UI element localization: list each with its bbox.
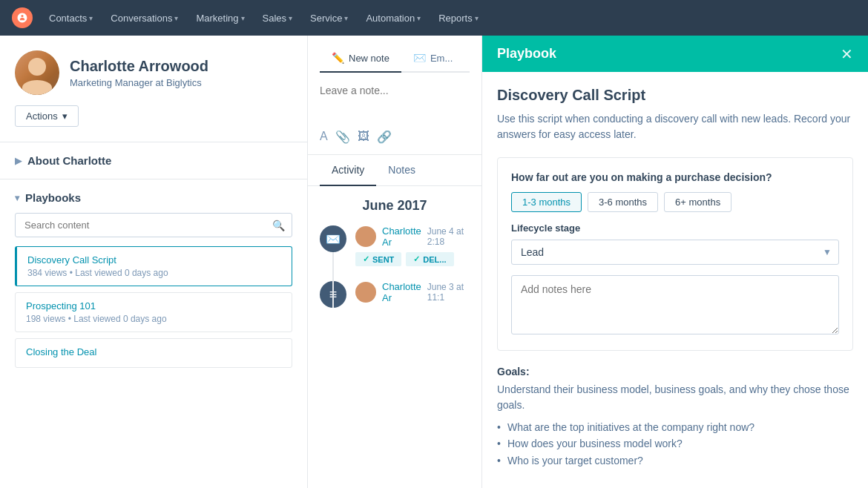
nav-sales[interactable]: Sales ▾ bbox=[255, 10, 300, 27]
hubspot-logo[interactable] bbox=[12, 7, 33, 28]
question-text: How far out are you on making a purchase… bbox=[511, 171, 839, 183]
playbook-meta: 384 views • Last viewed 0 days ago bbox=[27, 268, 281, 278]
nav-conversations[interactable]: Conversations ▾ bbox=[103, 10, 185, 27]
goals-title: Goals: bbox=[497, 366, 853, 377]
top-navigation: Contacts ▾ Conversations ▾ Marketing ▾ S… bbox=[0, 0, 868, 36]
attachment-icon[interactable]: 📎 bbox=[335, 130, 350, 144]
notes-textarea[interactable] bbox=[511, 275, 839, 334]
playbooks-label: Playbooks bbox=[25, 191, 81, 204]
lifecycle-select-wrapper: Lead Marketing Qualified Lead Sales Qual… bbox=[511, 240, 839, 265]
activity-item: ≡ Charlotte Ar June 3 at 11:1 bbox=[320, 281, 470, 308]
goal-item: What are the top initiatives at the comp… bbox=[497, 419, 853, 435]
reports-chevron: ▾ bbox=[475, 14, 479, 22]
playbooks-header: ▾ Playbooks bbox=[15, 191, 292, 204]
contact-details: Charlotte Arrowood Marketing Manager at … bbox=[70, 58, 208, 88]
center-panel: ✏️ New note ✉️ Em... A 📎 🖼 🔗 Activity bbox=[308, 36, 482, 488]
note-toolbar: A 📎 🖼 🔗 bbox=[320, 125, 470, 148]
search-icon: 🔍 bbox=[272, 220, 285, 231]
option-1-3-months[interactable]: 1-3 months bbox=[511, 192, 582, 212]
activity-name[interactable]: Charlotte Ar bbox=[382, 281, 421, 303]
avatar bbox=[15, 50, 59, 95]
script-desc: Use this script when conducting a discov… bbox=[497, 111, 853, 142]
note-editor: ✏️ New note ✉️ Em... A 📎 🖼 🔗 bbox=[308, 36, 481, 155]
option-3-6-months[interactable]: 3-6 months bbox=[588, 192, 658, 212]
contact-title: Marketing Manager at Biglytics bbox=[70, 77, 208, 88]
tab-email[interactable]: ✉️ Em... bbox=[401, 44, 464, 73]
timeline: ✉️ Charlotte Ar June 4 at 2:18 ✓ SENT bbox=[320, 225, 470, 308]
service-chevron: ▾ bbox=[344, 14, 348, 22]
playbook-name: Prospecting 101 bbox=[26, 300, 281, 311]
contact-name: Charlotte Arrowood bbox=[70, 58, 208, 75]
nav-contacts[interactable]: Contacts ▾ bbox=[42, 10, 100, 27]
image-icon[interactable]: 🖼 bbox=[358, 130, 369, 144]
activity-content: Charlotte Ar June 3 at 11:1 bbox=[355, 281, 470, 303]
sales-chevron: ▾ bbox=[289, 14, 292, 22]
goal-item: Who is your target customer? bbox=[497, 452, 853, 469]
option-buttons: 1-3 months 3-6 months 6+ months bbox=[511, 192, 839, 212]
note-tab-bar: ✏️ New note ✉️ Em... bbox=[320, 44, 470, 73]
activity-avatar bbox=[355, 282, 376, 303]
activity-time: June 4 at 2:18 bbox=[427, 226, 470, 247]
delivered-badge: ✓ DEL... bbox=[406, 252, 453, 266]
pencil-icon: ✏️ bbox=[332, 52, 344, 64]
sent-badge: ✓ SENT bbox=[355, 252, 401, 266]
nav-reports[interactable]: Reports ▾ bbox=[431, 10, 486, 27]
left-sidebar: Charlotte Arrowood Marketing Manager at … bbox=[0, 36, 308, 488]
playbook-panel-body: Discovery Call Script Use this script wh… bbox=[482, 72, 868, 488]
playbook-meta: 198 views • Last viewed 0 days ago bbox=[26, 314, 281, 324]
playbook-item-prospecting[interactable]: Prospecting 101 198 views • Last viewed … bbox=[15, 292, 292, 332]
playbook-item-closing[interactable]: Closing the Deal bbox=[15, 338, 292, 368]
playbook-item-discovery[interactable]: Discovery Call Script 384 views • Last v… bbox=[15, 246, 292, 286]
note-activity-icon: ≡ bbox=[320, 281, 346, 308]
activity-feed: June 2017 ✉️ Charlotte Ar June 4 at 2:18 bbox=[308, 186, 481, 488]
option-6-plus-months[interactable]: 6+ months bbox=[664, 192, 731, 212]
check-icon: ✓ bbox=[363, 254, 369, 264]
tab-notes[interactable]: Notes bbox=[376, 155, 427, 186]
contacts-chevron: ▾ bbox=[89, 14, 93, 22]
contact-card: Charlotte Arrowood Marketing Manager at … bbox=[0, 36, 307, 142]
check-icon: ✓ bbox=[413, 254, 420, 264]
question-card: How far out are you on making a purchase… bbox=[497, 157, 853, 351]
goals-section: Goals: Understand their business model, … bbox=[497, 366, 853, 469]
nav-marketing[interactable]: Marketing ▾ bbox=[188, 10, 251, 27]
playbooks-section: ▾ Playbooks 🔍 Discovery Call Script 384 … bbox=[0, 179, 307, 386]
activity-avatar bbox=[355, 226, 376, 247]
nav-service[interactable]: Service ▾ bbox=[303, 10, 355, 27]
lifecycle-label: Lifecycle stage bbox=[511, 222, 839, 234]
conversations-chevron: ▾ bbox=[174, 14, 178, 22]
contact-info: Charlotte Arrowood Marketing Manager at … bbox=[15, 50, 208, 95]
nav-automation[interactable]: Automation ▾ bbox=[358, 10, 428, 27]
playbook-name: Discovery Call Script bbox=[27, 254, 281, 266]
marketing-chevron: ▾ bbox=[241, 14, 245, 22]
playbook-panel-title: Playbook bbox=[497, 46, 556, 62]
activity-badges: ✓ SENT ✓ DEL... bbox=[355, 252, 470, 266]
goals-desc: Understand their business model, busines… bbox=[497, 382, 853, 413]
lifecycle-select[interactable]: Lead Marketing Qualified Lead Sales Qual… bbox=[511, 240, 839, 265]
email-icon: ✉️ bbox=[413, 52, 426, 64]
font-icon[interactable]: A bbox=[320, 130, 328, 144]
about-label: About Charlotte bbox=[27, 154, 111, 167]
email-activity-icon: ✉️ bbox=[320, 225, 346, 252]
month-header: June 2017 bbox=[320, 198, 470, 214]
actions-chevron-icon: ▾ bbox=[62, 111, 68, 122]
activity-name[interactable]: Charlotte Ar bbox=[382, 225, 421, 248]
activity-time: June 3 at 11:1 bbox=[427, 282, 470, 303]
activity-tabs: Activity Notes bbox=[308, 155, 481, 186]
playbooks-chevron-icon: ▾ bbox=[15, 193, 19, 203]
playbook-panel: Playbook ✕ Discovery Call Script Use thi… bbox=[482, 36, 868, 488]
goals-list: What are the top initiatives at the comp… bbox=[497, 419, 853, 469]
close-button[interactable]: ✕ bbox=[841, 47, 853, 62]
search-input[interactable] bbox=[15, 213, 292, 237]
link-icon[interactable]: 🔗 bbox=[377, 130, 392, 144]
tab-activity[interactable]: Activity bbox=[320, 155, 376, 186]
script-title: Discovery Call Script bbox=[497, 87, 853, 104]
actions-button[interactable]: Actions ▾ bbox=[15, 105, 79, 127]
activity-item: ✉️ Charlotte Ar June 4 at 2:18 ✓ SENT bbox=[320, 225, 470, 266]
note-textarea[interactable] bbox=[320, 79, 470, 123]
playbook-name: Closing the Deal bbox=[26, 346, 281, 357]
activity-content: Charlotte Ar June 4 at 2:18 ✓ SENT ✓ DEL… bbox=[355, 225, 470, 266]
about-chevron-icon: ▶ bbox=[15, 156, 22, 166]
tab-new-note[interactable]: ✏️ New note bbox=[320, 44, 401, 73]
search-box: 🔍 bbox=[15, 213, 292, 237]
about-section[interactable]: ▶ About Charlotte bbox=[0, 142, 307, 179]
